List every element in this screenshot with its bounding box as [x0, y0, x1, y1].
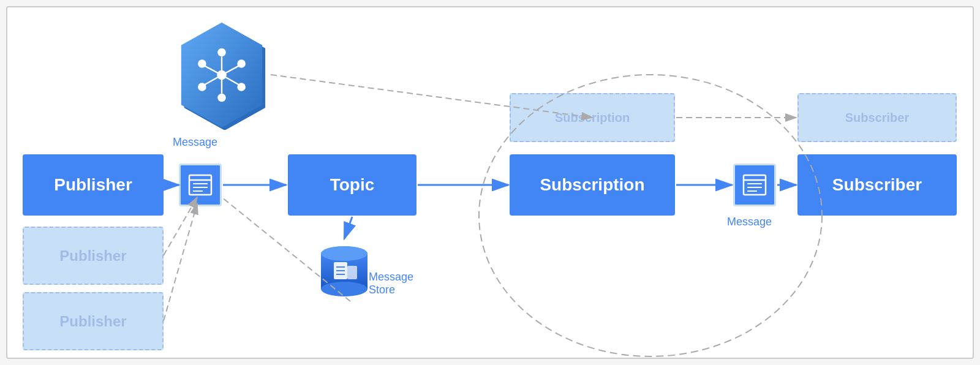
- message-label-left: Message: [173, 136, 217, 149]
- message-icon-left: [179, 164, 222, 206]
- subscriber-main-label: Subscriber: [832, 175, 922, 195]
- svg-point-28: [321, 246, 368, 261]
- svg-point-3: [217, 48, 226, 57]
- topic-box: Topic: [288, 154, 417, 216]
- publisher-ghost1-box: Publisher: [23, 227, 164, 285]
- svg-rect-30: [347, 266, 357, 279]
- publisher-main-label: Publisher: [54, 175, 132, 195]
- subscription-ghost-box: Subscription: [510, 93, 675, 142]
- message-label-right: Message: [727, 216, 772, 228]
- svg-rect-20: [744, 175, 766, 195]
- svg-rect-15: [189, 175, 211, 195]
- publisher-ghost1-label: Publisher: [59, 247, 126, 265]
- publisher-main-box: Publisher: [23, 154, 164, 216]
- topic-label: Topic: [330, 175, 375, 195]
- svg-line-47: [164, 203, 197, 321]
- subscriber-main-box: Subscriber: [797, 154, 957, 216]
- publisher-ghost2-label: Publisher: [59, 313, 126, 330]
- svg-line-42: [344, 217, 352, 239]
- message-icon-right: [733, 164, 776, 206]
- message-store-label: MessageStore: [369, 271, 413, 296]
- subscriber-ghost-box: Subscriber: [797, 93, 957, 142]
- subscription-main-box: Subscription: [510, 154, 675, 216]
- subscription-main-label: Subscription: [540, 175, 644, 195]
- svg-point-6: [217, 94, 226, 102]
- svg-point-27: [321, 282, 368, 296]
- message-store-icon: [314, 240, 375, 304]
- subscription-ghost-label: Subscription: [555, 111, 630, 125]
- google-cloud-icon: [173, 20, 271, 130]
- publisher-ghost2-box: Publisher: [23, 292, 164, 350]
- diagram-container: Publisher Publisher Publisher Message To…: [6, 6, 974, 359]
- subscriber-ghost-label: Subscriber: [845, 111, 909, 125]
